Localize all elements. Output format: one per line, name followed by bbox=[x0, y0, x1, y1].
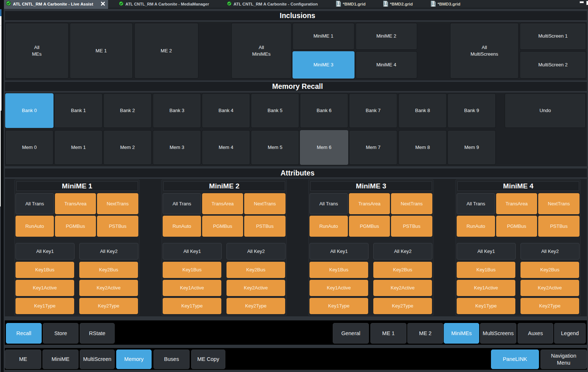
svg-text:T: T bbox=[432, 1, 435, 6]
svg-text:T: T bbox=[337, 1, 340, 6]
svg-text:T: T bbox=[384, 1, 387, 6]
